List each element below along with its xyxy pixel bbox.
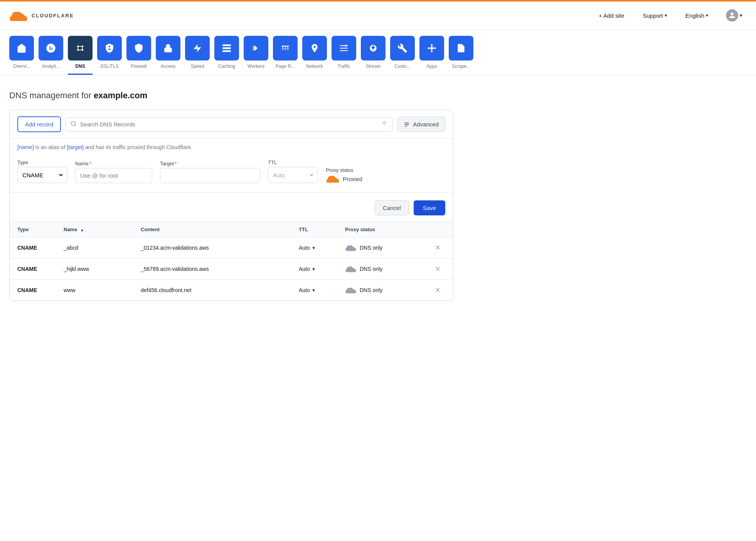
proxy-cloud-icon [326,175,340,183]
dns-icon [68,36,93,60]
nav-item-analytics[interactable]: Analyti... [39,36,63,75]
custom-icon [390,36,415,60]
col-header-content: Content [141,227,299,232]
scrape-icon [449,36,473,60]
ssl-icon [97,36,122,60]
row-ttl-0: Auto ▾ [299,245,345,251]
domain-name: example.com [94,91,147,100]
logo[interactable]: CLOUDFLARE [9,8,74,22]
svg-point-3 [15,12,22,18]
nav-item-firewall[interactable]: Firewall [126,36,151,75]
row-ttl-1: Auto ▾ [299,266,345,272]
row-name-1: _hijkl.www [64,266,141,272]
nav-item-traffic[interactable]: Traffic [332,36,356,75]
analytics-icon [39,36,63,60]
save-button[interactable]: Save [414,200,445,215]
nav-label-caching: Caching [218,64,235,69]
nav-item-page-rules[interactable]: Page R... [273,36,298,75]
access-icon [156,36,180,60]
nav-item-apps[interactable]: Apps [419,36,444,75]
filter-icon[interactable] [381,121,387,128]
nav-label-stream: Stream [366,64,381,69]
type-select[interactable]: CNAME A AAAA MX TXT NS [21,171,64,179]
svg-point-7 [77,49,79,51]
form-info-text: [name] is an alias of [target] and has i… [10,139,453,156]
nav-icons-list: Overvi... Analyti... DNS SSL/TLS Firewal [9,36,747,75]
nav-item-caching[interactable]: Caching [214,36,239,75]
ttl-dropdown-icon-1[interactable]: ▾ [312,266,315,272]
svg-point-41 [349,245,353,249]
nav-item-network[interactable]: Network [302,36,327,75]
workers-icon [244,36,268,60]
language-chevron-icon: ▾ [706,13,708,18]
nav-label-network: Network [306,64,323,69]
svg-point-6 [82,45,84,47]
table-row: CNAME _hijkl.www _56789.acm-validations.… [10,258,453,279]
advanced-icon [404,121,410,128]
ttl-dropdown-icon-0[interactable]: ▾ [312,245,315,251]
nav-item-ssl[interactable]: SSL/TLS [97,36,122,75]
nav-label-access: Access [161,64,176,69]
caching-icon [214,36,239,60]
target-label: Target * [160,161,260,166]
nav-item-stream[interactable]: Stream [361,36,386,75]
nav-item-custom[interactable]: Custo... [390,36,415,75]
nav-item-workers[interactable]: Workers [244,36,268,75]
firewall-icon [126,36,151,60]
name-input[interactable] [75,168,152,183]
table-row: CNAME www def456.cloudfront.net Auto ▾ D… [10,279,453,301]
nav-label-custom: Custo... [394,64,410,69]
svg-point-34 [330,176,335,181]
user-menu-button[interactable]: ▾ [721,6,747,25]
nav-label-firewall: Firewall [131,64,146,69]
add-site-button[interactable]: + Add site [593,9,630,22]
delete-row-2-button[interactable]: ✕ [430,286,445,294]
language-dropdown[interactable]: English ▾ [680,9,714,22]
support-chevron-icon: ▾ [665,13,667,18]
delete-row-1-button[interactable]: ✕ [430,265,445,273]
proxy-status-value: Proxied [326,175,362,183]
dns-record-form: Type CNAME A AAAA MX TXT NS Name * [10,156,453,191]
nav-item-dns[interactable]: DNS [68,36,93,75]
row-name-2: www [64,287,141,293]
nav-item-scrape[interactable]: Scrape... [449,36,473,75]
dns-only-icon-1 [345,265,357,272]
type-label: Type [17,160,67,165]
nav-label-analytics: Analyti... [42,64,60,69]
ttl-dropdown-icon-2[interactable]: ▾ [312,287,315,293]
nav-bar: Overvi... Analyti... DNS SSL/TLS Firewal [0,30,756,75]
search-input[interactable] [80,121,381,128]
sort-asc-icon: ▲ [80,228,84,232]
advanced-button[interactable]: Advanced [397,117,445,132]
delete-row-0-button[interactable]: ✕ [430,244,445,252]
nav-item-speed[interactable]: Speed [185,36,210,75]
ttl-select[interactable]: Auto 1 min 2 min 5 min 10 min 30 min 1 h… [271,171,315,179]
ttl-label: TTL [268,160,318,165]
target-input[interactable] [160,168,260,183]
col-header-name[interactable]: Name ▲ [64,227,141,232]
nav-label-dns: DNS [75,64,85,69]
nav-label-ssl: SSL/TLS [100,64,119,69]
dns-only-icon-2 [345,287,357,294]
support-dropdown[interactable]: Support ▾ [637,9,672,22]
apps-icon [419,36,444,60]
overview-icon [9,36,34,60]
cloudflare-logo-icon [9,8,28,22]
proxy-status-field-group: Proxy status Proxied [326,167,362,183]
row-content-2: def456.cloudfront.net [141,287,299,293]
logo-text: CLOUDFLARE [32,13,74,18]
add-record-button[interactable]: Add record [17,116,61,132]
stream-icon [361,36,386,60]
page-rules-icon [273,36,298,60]
svg-point-24 [71,121,76,126]
nav-item-access[interactable]: Access [156,36,180,75]
ttl-field-group: TTL Auto 1 min 2 min 5 min 10 min 30 min… [268,160,318,183]
nav-item-overview[interactable]: Overvi... [9,36,34,75]
search-container [66,117,392,132]
svg-point-51 [349,287,353,292]
svg-point-8 [82,49,84,51]
svg-marker-14 [194,44,201,52]
cancel-button[interactable]: Cancel [375,200,409,215]
row-ttl-2: Auto ▾ [299,287,345,293]
col-header-ttl: TTL [299,227,345,232]
